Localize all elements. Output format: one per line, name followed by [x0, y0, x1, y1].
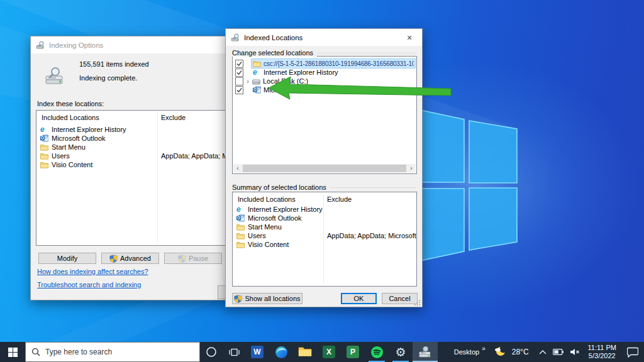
tray-overflow-button[interactable] — [535, 342, 550, 362]
indexing-status-text: Indexing complete. — [79, 74, 137, 82]
project-icon: P — [347, 346, 359, 358]
outlook-icon: O — [253, 86, 261, 94]
taskbar-search[interactable] — [25, 342, 200, 362]
list-item[interactable]: e Internet Explorer History — [236, 205, 415, 214]
index-locations-label: Index these locations: — [37, 100, 104, 107]
toolbar-overflow-chevron[interactable]: » — [482, 345, 491, 352]
list-item[interactable]: O Microsoft Outlook — [40, 134, 225, 143]
taskbar-app-settings[interactable]: ⚙ — [389, 342, 413, 362]
included-locations-header: Included Locations — [42, 114, 99, 121]
tree-item-local-disk[interactable]: › Local Disk (C:) — [235, 77, 415, 85]
close-icon: × — [407, 33, 412, 43]
indexing-options-icon — [36, 41, 45, 50]
indexed-locations-titlebar[interactable]: Indexed Locations × — [226, 29, 422, 46]
how-indexing-affects-link[interactable]: How does indexing affect searches? — [37, 268, 148, 275]
chevron-up-icon — [539, 350, 547, 354]
checkbox-unchecked[interactable] — [235, 77, 243, 85]
svg-text:O: O — [41, 136, 44, 140]
taskbar-app-excel[interactable]: X — [317, 342, 341, 362]
tree-item-label: csc://{S-1-5-21-2861880310-191994686-316… — [264, 60, 414, 67]
pause-button-label: Pause — [189, 255, 208, 262]
cortana-button[interactable] — [200, 342, 223, 362]
search-icon — [31, 348, 40, 356]
horizontal-scrollbar[interactable]: ‹ › — [233, 164, 416, 173]
taskbar-app-project[interactable]: P — [341, 342, 365, 362]
folder-icon — [253, 60, 261, 67]
items-indexed-text: 155,591 items indexed — [79, 60, 149, 68]
temperature-label[interactable]: 28°C — [509, 342, 535, 362]
list-item-exclude: AppData; AppData; MicrosoftEd... — [327, 232, 416, 239]
svg-text:O: O — [253, 87, 257, 92]
spotify-icon — [370, 346, 384, 359]
list-item[interactable]: Visio Content — [40, 160, 225, 169]
troubleshoot-link[interactable]: Troubleshoot search and indexing — [37, 281, 141, 288]
taskbar-app-word[interactable]: W — [245, 342, 269, 362]
clock-time: 11:11 PM — [588, 344, 616, 352]
expand-chevron-icon[interactable]: › — [243, 77, 252, 85]
start-button[interactable] — [0, 342, 25, 362]
list-item[interactable]: Start Menu — [40, 143, 225, 151]
task-view-button[interactable] — [223, 342, 245, 362]
list-item[interactable]: e Internet Explorer History — [40, 125, 225, 134]
list-item[interactable]: Visio Content — [236, 240, 415, 249]
desktop-toolbar-label[interactable]: Desktop — [448, 342, 482, 362]
list-item-label: Users — [248, 232, 266, 239]
cancel-button[interactable]: Cancel — [382, 293, 418, 304]
svg-text:O: O — [237, 216, 240, 220]
scroll-right-icon[interactable]: › — [407, 164, 416, 173]
internet-explorer-icon: e — [253, 69, 261, 76]
close-button[interactable]: × — [397, 29, 422, 46]
folder-icon — [40, 143, 48, 151]
index-locations-list[interactable]: Included Locations Exclude e Internet Ex… — [36, 110, 226, 246]
checkbox-checked[interactable] — [235, 69, 243, 77]
scroll-left-icon[interactable]: ‹ — [233, 164, 242, 173]
action-center-icon — [627, 347, 638, 358]
weather-button[interactable] — [491, 342, 509, 362]
taskbar-app-file-explorer[interactable] — [293, 342, 317, 362]
action-center-button[interactable] — [621, 342, 644, 362]
summary-list[interactable]: Included Locations Exclude e Internet Ex… — [232, 192, 417, 287]
taskbar-app-spotify[interactable] — [365, 342, 389, 362]
indexed-locations-dialog[interactable]: Indexed Locations × Change selected loca… — [225, 28, 423, 307]
folder-icon — [236, 232, 245, 239]
resize-grip[interactable] — [414, 299, 421, 305]
tree-item-outlook[interactable]: O Microsoft Outlook — [235, 85, 415, 94]
indexing-options-window[interactable]: Indexing Options 155,591 items indexed I… — [30, 36, 226, 300]
indexed-locations-icon — [231, 33, 240, 42]
indexing-options-titlebar[interactable]: Indexing Options — [31, 36, 226, 53]
list-item-label: Users — [52, 152, 70, 160]
list-item-label: Internet Explorer History — [248, 206, 323, 213]
advanced-button[interactable]: Advanced — [101, 253, 159, 264]
folder-icon — [40, 161, 48, 168]
checkbox-checked[interactable] — [235, 60, 243, 68]
checkbox-checked[interactable] — [235, 86, 243, 94]
pause-button[interactable]: Pause — [164, 253, 222, 264]
clock[interactable]: 11:11 PM 5/3/2022 — [583, 342, 621, 362]
search-input[interactable] — [45, 348, 171, 356]
task-view-icon — [229, 348, 240, 357]
modify-button[interactable]: Modify — [38, 253, 96, 264]
indexing-status-icon — [45, 67, 65, 85]
indexing-options-title: Indexing Options — [49, 41, 103, 49]
folder-icon — [40, 152, 48, 160]
scrollbar-thumb[interactable] — [243, 165, 406, 172]
show-all-locations-button[interactable]: Show all locations — [232, 293, 303, 304]
battery-button[interactable] — [550, 342, 567, 362]
cortana-icon — [206, 346, 217, 358]
edge-icon — [275, 346, 288, 359]
list-item[interactable]: O Microsoft Outlook — [236, 214, 415, 222]
list-item-label: Internet Explorer History — [52, 126, 126, 133]
taskbar-app-indexing-options[interactable] — [413, 342, 438, 362]
volume-button[interactable] — [567, 342, 583, 362]
windows-logo-icon — [8, 348, 18, 357]
ok-button[interactable]: OK — [341, 293, 377, 304]
internet-explorer-icon: e — [40, 126, 48, 133]
taskbar: W X P ⚙ — [0, 342, 644, 362]
folder-icon — [236, 223, 245, 231]
tree-item-ie-history[interactable]: e Internet Explorer History — [235, 68, 415, 77]
taskbar-app-edge[interactable] — [269, 342, 293, 362]
show-all-locations-label: Show all locations — [245, 295, 300, 302]
tree-item-csc[interactable]: csc://{S-1-5-21-2861880310-191994686-316… — [235, 59, 415, 68]
list-item[interactable]: Start Menu — [236, 222, 415, 231]
locations-tree[interactable]: csc://{S-1-5-21-2861880310-191994686-316… — [232, 56, 417, 174]
